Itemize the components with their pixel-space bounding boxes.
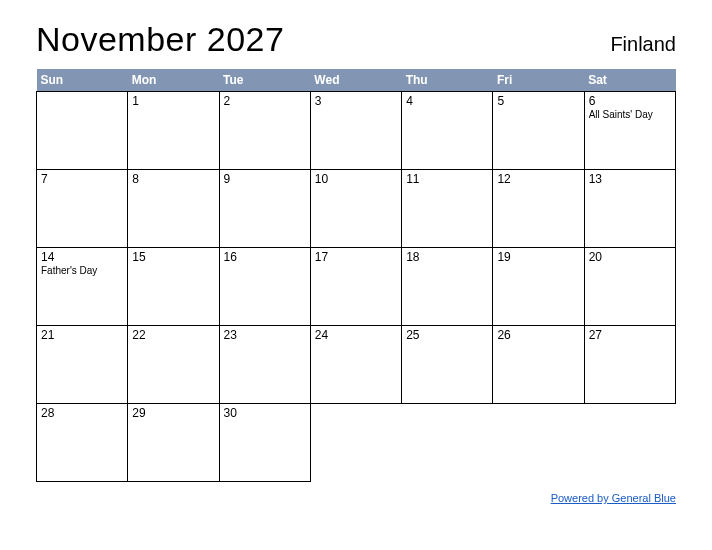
weekday-sat: Sat — [584, 69, 675, 92]
day-cell: 9 — [219, 170, 310, 248]
day-cell: 12 — [493, 170, 584, 248]
day-cell: 18 — [402, 248, 493, 326]
day-cell: 5 — [493, 92, 584, 170]
day-cell: 28 — [37, 404, 128, 482]
weekday-fri: Fri — [493, 69, 584, 92]
day-cell-empty — [584, 404, 675, 482]
day-number: 19 — [497, 250, 579, 264]
day-cell: 14Father's Day — [37, 248, 128, 326]
day-cell: 16 — [219, 248, 310, 326]
day-number: 25 — [406, 328, 488, 342]
day-number: 24 — [315, 328, 397, 342]
day-cell-empty — [310, 404, 401, 482]
day-cell — [37, 92, 128, 170]
day-cell: 24 — [310, 326, 401, 404]
day-cell: 21 — [37, 326, 128, 404]
header: November 2027 Finland — [36, 20, 676, 59]
weekday-mon: Mon — [128, 69, 219, 92]
day-cell: 25 — [402, 326, 493, 404]
week-row: 21 22 23 24 25 26 27 — [37, 326, 676, 404]
day-cell: 22 — [128, 326, 219, 404]
day-number: 9 — [224, 172, 306, 186]
day-number: 8 — [132, 172, 214, 186]
day-number: 11 — [406, 172, 488, 186]
region-label: Finland — [610, 33, 676, 56]
week-row: 7 8 9 10 11 12 13 — [37, 170, 676, 248]
weekday-tue: Tue — [219, 69, 310, 92]
day-number: 13 — [589, 172, 671, 186]
day-number: 30 — [224, 406, 306, 420]
day-cell: 10 — [310, 170, 401, 248]
day-cell: 19 — [493, 248, 584, 326]
day-cell: 17 — [310, 248, 401, 326]
day-number: 2 — [224, 94, 306, 108]
day-cell: 2 — [219, 92, 310, 170]
weekday-wed: Wed — [310, 69, 401, 92]
day-number: 14 — [41, 250, 123, 264]
day-number: 29 — [132, 406, 214, 420]
day-cell: 4 — [402, 92, 493, 170]
day-number: 1 — [132, 94, 214, 108]
day-cell: 15 — [128, 248, 219, 326]
week-row: 1 2 3 4 5 6All Saints' Day — [37, 92, 676, 170]
day-cell: 8 — [128, 170, 219, 248]
day-event: Father's Day — [41, 265, 123, 276]
day-number: 28 — [41, 406, 123, 420]
day-number: 5 — [497, 94, 579, 108]
week-row: 14Father's Day 15 16 17 18 19 20 — [37, 248, 676, 326]
day-cell: 13 — [584, 170, 675, 248]
day-cell: 26 — [493, 326, 584, 404]
day-cell: 6All Saints' Day — [584, 92, 675, 170]
weekday-thu: Thu — [402, 69, 493, 92]
day-number: 21 — [41, 328, 123, 342]
day-number: 20 — [589, 250, 671, 264]
powered-by-link[interactable]: Powered by General Blue — [551, 492, 676, 504]
page-title: November 2027 — [36, 20, 284, 59]
day-number: 22 — [132, 328, 214, 342]
day-cell: 29 — [128, 404, 219, 482]
day-cell: 20 — [584, 248, 675, 326]
week-row: 28 29 30 — [37, 404, 676, 482]
day-cell: 23 — [219, 326, 310, 404]
footer: Powered by General Blue — [36, 488, 676, 506]
weekday-sun: Sun — [37, 69, 128, 92]
day-cell-empty — [493, 404, 584, 482]
day-event: All Saints' Day — [589, 109, 671, 120]
day-number: 4 — [406, 94, 488, 108]
day-cell: 11 — [402, 170, 493, 248]
day-cell: 7 — [37, 170, 128, 248]
day-cell-empty — [402, 404, 493, 482]
day-number: 17 — [315, 250, 397, 264]
day-number: 7 — [41, 172, 123, 186]
day-cell: 1 — [128, 92, 219, 170]
day-number: 15 — [132, 250, 214, 264]
weekday-header-row: Sun Mon Tue Wed Thu Fri Sat — [37, 69, 676, 92]
day-number: 16 — [224, 250, 306, 264]
day-cell: 27 — [584, 326, 675, 404]
day-number: 10 — [315, 172, 397, 186]
day-cell: 30 — [219, 404, 310, 482]
calendar-body: 1 2 3 4 5 6All Saints' Day 7 8 9 10 11 1… — [37, 92, 676, 482]
calendar-page: November 2027 Finland Sun Mon Tue Wed Th… — [0, 0, 712, 516]
day-number: 6 — [589, 94, 671, 108]
day-number: 23 — [224, 328, 306, 342]
day-number: 18 — [406, 250, 488, 264]
calendar-grid: Sun Mon Tue Wed Thu Fri Sat 1 2 3 4 5 6A… — [36, 69, 676, 482]
day-number: 26 — [497, 328, 579, 342]
day-number: 27 — [589, 328, 671, 342]
day-number: 3 — [315, 94, 397, 108]
day-cell: 3 — [310, 92, 401, 170]
day-number: 12 — [497, 172, 579, 186]
